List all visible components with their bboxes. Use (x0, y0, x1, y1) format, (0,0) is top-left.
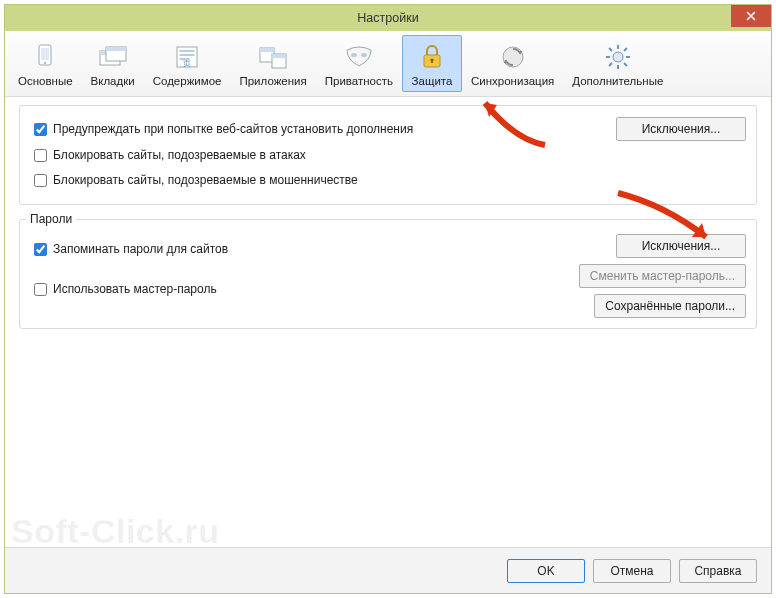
sync-icon (497, 41, 529, 73)
svg-point-22 (613, 52, 623, 62)
device-icon (29, 41, 61, 73)
tab-label: Содержимое (153, 75, 222, 87)
tab-label: Приватность (325, 75, 393, 87)
block-fraud-sites-label: Блокировать сайты, подозреваемые в мошен… (53, 173, 358, 187)
addons-group: Предупреждать при попытке веб-сайтов уст… (19, 105, 757, 205)
window-title: Настройки (357, 11, 418, 25)
passwords-group: Пароли Запоминать пароли для сайтов Испо… (19, 219, 757, 329)
close-button[interactable] (731, 5, 771, 27)
gear-icon (602, 41, 634, 73)
window-frame: Настройки Основные Вкладки 页 Содержимое (4, 4, 772, 594)
cancel-button[interactable]: Отмена (593, 559, 671, 583)
svg-rect-13 (260, 48, 274, 52)
tab-label: Синхронизация (471, 75, 554, 87)
titlebar: Настройки (5, 5, 771, 31)
content-icon: 页 (171, 41, 203, 73)
svg-rect-20 (431, 60, 433, 63)
change-master-password-button[interactable]: Сменить мастер-пароль... (579, 264, 746, 288)
category-toolbar: Основные Вкладки 页 Содержимое Приложения… (5, 31, 771, 97)
passwords-exceptions-button[interactable]: Исключения... (616, 234, 746, 258)
tab-sync[interactable]: Синхронизация (462, 35, 563, 92)
tab-applications[interactable]: Приложения (230, 35, 315, 92)
lock-icon (416, 41, 448, 73)
tab-label: Основные (18, 75, 73, 87)
tab-general[interactable]: Основные (9, 35, 82, 92)
svg-point-16 (351, 53, 357, 57)
help-button[interactable]: Справка (679, 559, 757, 583)
svg-point-21 (503, 47, 523, 67)
tab-content[interactable]: 页 Содержимое (144, 35, 231, 92)
block-attack-sites-label: Блокировать сайты, подозреваемые в атака… (53, 148, 306, 162)
ok-button[interactable]: OK (507, 559, 585, 583)
mask-icon (343, 41, 375, 73)
passwords-legend: Пароли (26, 212, 76, 226)
svg-text:页: 页 (183, 59, 191, 68)
svg-rect-8 (180, 50, 195, 52)
warn-install-addons-checkbox[interactable] (34, 123, 47, 136)
block-attack-sites-checkbox[interactable] (34, 149, 47, 162)
block-fraud-sites-checkbox[interactable] (34, 174, 47, 187)
saved-passwords-button[interactable]: Сохранённые пароли... (594, 294, 746, 318)
svg-rect-15 (272, 54, 286, 58)
use-master-password-checkbox[interactable] (34, 283, 47, 296)
remember-passwords-checkbox[interactable] (34, 243, 47, 256)
tabs-icon (97, 41, 129, 73)
svg-rect-1 (41, 48, 49, 60)
tab-label: Приложения (239, 75, 306, 87)
tab-security[interactable]: Защита (402, 35, 462, 92)
svg-point-2 (44, 62, 46, 64)
tab-label: Дополнительные (572, 75, 663, 87)
svg-line-29 (624, 48, 627, 51)
warn-install-addons-label: Предупреждать при попытке веб-сайтов уст… (53, 122, 413, 136)
svg-rect-6 (106, 47, 126, 51)
tab-advanced[interactable]: Дополнительные (563, 35, 672, 92)
tab-label: Вкладки (91, 75, 135, 87)
addons-exceptions-button[interactable]: Исключения... (616, 117, 746, 141)
tab-label: Защита (412, 75, 453, 87)
content-area: Предупреждать при попытке веб-сайтов уст… (5, 97, 771, 329)
use-master-password-label: Использовать мастер-пароль (53, 282, 217, 296)
svg-line-27 (609, 48, 612, 51)
svg-rect-9 (180, 54, 195, 56)
tab-tabs[interactable]: Вкладки (82, 35, 144, 92)
dialog-footer: OK Отмена Справка (5, 547, 771, 593)
watermark: Soft-Click.ru (11, 512, 220, 551)
applications-icon (257, 41, 289, 73)
close-icon (746, 11, 756, 21)
tab-privacy[interactable]: Приватность (316, 35, 402, 92)
remember-passwords-label: Запоминать пароли для сайтов (53, 242, 228, 256)
svg-line-30 (609, 63, 612, 66)
svg-point-17 (361, 53, 367, 57)
svg-line-28 (624, 63, 627, 66)
